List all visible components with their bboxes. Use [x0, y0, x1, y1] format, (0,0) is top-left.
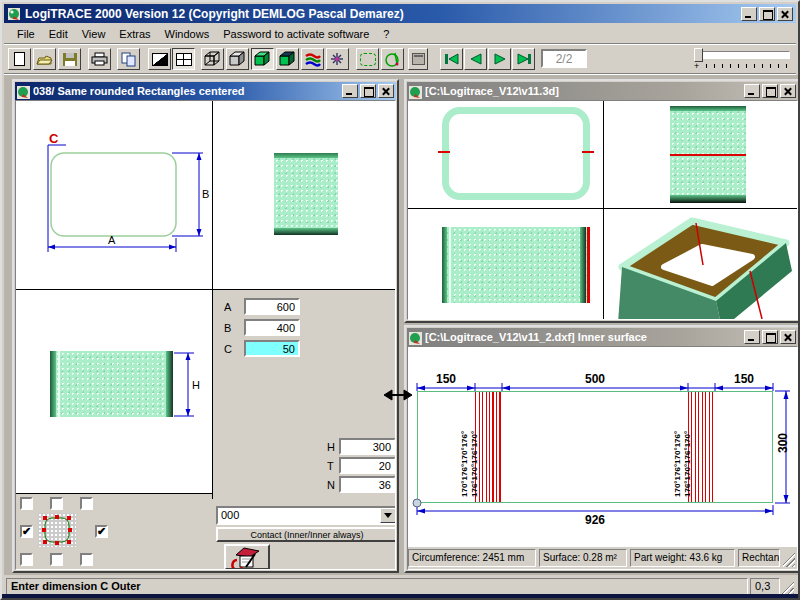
app-icon: [7, 7, 21, 21]
save-icon: [63, 53, 77, 66]
front-view-pane: [213, 101, 396, 289]
bend-angles-right-2: 176°170°176°170°: [683, 431, 692, 497]
shaded-edges-button[interactable]: [276, 48, 299, 70]
menu-password[interactable]: Password to activate software: [216, 26, 376, 42]
view3d-window-client: [407, 100, 798, 320]
surface-status: Surface: 0.28 m²: [539, 549, 627, 567]
shape-maximize-button[interactable]: [360, 84, 376, 98]
dim-b-label: B: [202, 188, 209, 200]
menu-extras[interactable]: Extras: [112, 26, 157, 42]
divider-horizontal-2: [16, 493, 212, 494]
previous-page-button[interactable]: [464, 48, 487, 70]
shape-close-button[interactable]: [378, 84, 394, 98]
dim-a-label: A: [108, 234, 116, 246]
corner-checkbox-top-mid[interactable]: [50, 497, 63, 510]
dropdown-arrow-button[interactable]: [380, 508, 396, 523]
flat-window-title: [C:\Logitrace_V12\v11_2.dxf] Inner surfa…: [425, 331, 741, 343]
wireframe-button[interactable]: [201, 48, 224, 70]
open-file-button[interactable]: [33, 48, 56, 70]
seam-mark-right: [582, 151, 594, 153]
first-page-button[interactable]: [440, 48, 463, 70]
flat-window-titlebar[interactable]: [C:\Logitrace_V12\v11_2.dxf] Inner surfa…: [407, 328, 798, 346]
dim-seg-right: 150: [715, 372, 773, 386]
app-maximize-button[interactable]: [759, 7, 775, 21]
corner-checkbox-mid-left[interactable]: ✔: [20, 525, 33, 538]
four-pane-view-button[interactable]: [172, 48, 195, 70]
save-button[interactable]: [58, 48, 81, 70]
slider-track[interactable]: [698, 51, 790, 59]
screen-bottom-edge: [2, 594, 798, 598]
corner-checkbox-bottom-mid[interactable]: [50, 553, 63, 566]
view3d-window: [C:\Logitrace_V12\v11.3d]: [404, 79, 800, 323]
menu-help[interactable]: ?: [376, 26, 396, 42]
flat-maximize-button[interactable]: [762, 330, 778, 344]
bend-angles-left-1: 170°176°170°176°: [460, 431, 469, 497]
param-n-input[interactable]: [339, 476, 396, 493]
view3d-maximize-button[interactable]: [762, 84, 778, 98]
corner-checkbox-mid-right[interactable]: ✔: [95, 525, 108, 538]
slider-thumb[interactable]: [694, 48, 703, 62]
app-titlebar[interactable]: LogiTRACE 2000 Version 12 (Copyright DEM…: [4, 4, 796, 23]
param-b-input[interactable]: [244, 319, 300, 336]
single-view-button[interactable]: [148, 48, 171, 70]
corner-checkbox-top-left[interactable]: [20, 497, 33, 510]
param-c-input[interactable]: [244, 340, 300, 357]
last-page-button[interactable]: [512, 48, 535, 70]
shape-window-titlebar[interactable]: 038/ Same rounded Rectangles centered: [15, 82, 396, 100]
view3d-window-titlebar[interactable]: [C:\Logitrace_V12\v11.3d]: [407, 82, 798, 100]
view3d-window-icon: [409, 85, 422, 98]
app-minimize-button[interactable]: [741, 7, 757, 21]
material-colors-button[interactable]: [301, 48, 324, 70]
shape-window-icon: [17, 85, 30, 98]
corner-checkbox-bottom-left[interactable]: [20, 553, 33, 566]
contact-type-dropdown[interactable]: 000: [216, 506, 396, 525]
param-h-input[interactable]: [339, 438, 396, 455]
menu-windows[interactable]: Windows: [158, 26, 217, 42]
last-page-icon: [515, 52, 533, 66]
dim-seg-left: 150: [417, 372, 475, 386]
shape-minimize-button[interactable]: [342, 84, 358, 98]
solid-view-button[interactable]: [226, 48, 249, 70]
front-view-3d: [670, 106, 746, 203]
mini-window-icon: [412, 53, 425, 65]
view3d-window-title: [C:\Logitrace_V12\v11.3d]: [425, 85, 741, 97]
measure-button[interactable]: [381, 48, 404, 70]
flat-close-button[interactable]: [780, 330, 796, 344]
menu-edit[interactable]: Edit: [42, 26, 75, 42]
shape-window: 038/ Same rounded Rectangles centered: [12, 79, 399, 573]
view3d-close-button[interactable]: [780, 84, 796, 98]
param-t-input[interactable]: [339, 457, 396, 474]
rotate-view-button[interactable]: [326, 48, 349, 70]
notes-button[interactable]: [224, 544, 270, 570]
application-window: LogiTRACE 2000 Version 12 (Copyright DEM…: [0, 0, 800, 600]
contact-mode-button[interactable]: Contact (Inner/Inner always): [216, 527, 396, 542]
view3d-minimize-button[interactable]: [744, 84, 760, 98]
slider-ticks: [706, 64, 790, 68]
app-close-button[interactable]: [777, 7, 793, 21]
flat-window-statusbar: Circumference: 2451 mm Surface: 0.28 m² …: [408, 547, 797, 569]
corner-checkbox-bottom-right[interactable]: [80, 553, 93, 566]
zoom-slider[interactable]: +: [692, 50, 790, 70]
flat-pattern-drawing: 150 500 150 926 300 170°176°170°176° 176…: [408, 347, 798, 549]
copy-button[interactable]: [117, 48, 140, 70]
shape-type-status: Rechtang: [738, 549, 780, 567]
next-page-button[interactable]: [488, 48, 511, 70]
dim-c-label: C: [49, 131, 59, 146]
small-window-button[interactable]: [408, 48, 428, 70]
menu-view[interactable]: View: [75, 26, 113, 42]
flat-minimize-button[interactable]: [744, 330, 760, 344]
resize-grip[interactable]: [783, 549, 795, 567]
circumference-status: Circumference: 2451 mm: [408, 549, 536, 567]
dim-total: 926: [535, 513, 655, 527]
page-indicator[interactable]: [541, 49, 587, 68]
open-folder-icon: [36, 52, 53, 66]
print-button[interactable]: [88, 48, 111, 70]
dashed-rect-icon: [360, 53, 376, 66]
corner-checkbox-top-right[interactable]: [80, 497, 93, 510]
menu-file[interactable]: File: [10, 26, 42, 42]
outline-mode-button[interactable]: [356, 48, 379, 70]
param-a-input[interactable]: [244, 298, 300, 315]
param-t-label: T: [327, 460, 334, 472]
shaded-view-button[interactable]: [251, 48, 274, 70]
new-file-button[interactable]: [8, 48, 31, 70]
